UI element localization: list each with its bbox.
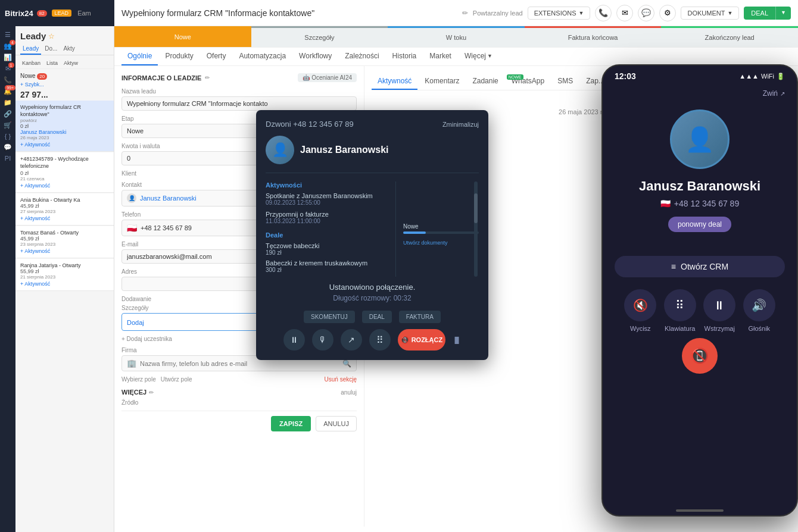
document-arrow-icon: ▼ [727,10,732,16]
sidebar-icon-cart[interactable]: 🛒 [4,121,12,129]
deal-btn[interactable]: DEAL [744,7,775,20]
nowe-section-label: Nowe 20 [20,73,47,79]
lead-item[interactable]: Wypełniony formularz CRkontaktowe" powtó… [15,101,114,152]
sidebar-icon-chart[interactable]: 📊 [4,54,12,61]
tab-workflowy[interactable]: Workflowy [293,48,338,65]
kanban-btn[interactable]: Kanban [20,59,42,67]
keypad-label: Klawiatura [665,325,695,332]
cancel-button[interactable]: ANULUJ [316,416,357,431]
document-btn[interactable]: DOKUMENT ▼ [681,7,739,20]
scrollbar-thumb[interactable] [474,193,478,223]
activity-2-title: Przypomnij o fakturze [266,211,388,218]
mute-ctrl-btn[interactable]: 🎙 [312,329,333,351]
deal-arrow-btn[interactable]: ▼ [775,7,791,20]
tab-zaleznosci[interactable]: Zależności [339,48,385,65]
tab-market[interactable]: Market [423,48,457,65]
pause-ctrl-btn[interactable]: ⏸ [283,329,305,351]
lead-item-5[interactable]: Ranjna Jatariya - Otwarty 55,99 zł 21 si… [15,259,114,291]
phone-minimize-btn[interactable]: Zwiń [763,89,778,98]
tab-wiecej[interactable]: Więcej ▼ [459,48,498,65]
settings-icon-btn[interactable]: ⚙ [659,5,676,21]
activity-tab-sms[interactable]: SMS [551,73,579,90]
tab-automatyzacja[interactable]: Automatyzacja [233,48,292,65]
minimize-arrow-icon: ↗ [780,90,785,97]
stage-faktura[interactable]: Faktura końcowa [525,26,662,47]
phone-hangup-btn[interactable]: 📵 [682,338,718,374]
scrollbar-track[interactable] [474,181,478,277]
stage-szczegoly[interactable]: Szczegóły [251,26,388,47]
activity-tab-aktywnosc[interactable]: Aktywność [372,73,417,90]
add-quick-btn[interactable]: + Szybk... [15,80,114,89]
lead-item-activity-3[interactable]: + Aktywność [20,215,109,221]
phone-ctrl-hold: ⏸ Wstrzymaj [703,289,735,332]
mute-phone-btn[interactable]: 🔇 [624,289,656,321]
tab-ogolnie[interactable]: Ogólnie [121,48,158,65]
keypad-phone-btn[interactable]: ⠿ [664,289,696,321]
company-input[interactable] [140,360,339,367]
create-field-btn[interactable]: Utwórz pole [161,376,192,383]
chat-icon-btn[interactable]: 💬 [638,5,654,21]
cancel-link[interactable]: anuluj [341,389,357,396]
sidebar-icon-code[interactable]: { } [5,133,11,140]
crm-icon: ≡ [671,262,676,271]
minimize-btn[interactable]: Zminimalizuj [442,121,479,128]
activity-tab-komentarz[interactable]: Komentarz [419,73,465,90]
stage-zakoncz[interactable]: Zakończony lead [661,26,798,47]
search-company-icon[interactable]: 🔍 [342,359,351,368]
ai-badge[interactable]: 🤖 Ocenianie AI24 [298,73,357,82]
sidebar-icon-mail[interactable]: ✉1 [5,65,11,73]
sidebar-icon-files[interactable]: 📁 [4,99,12,107]
tab-leady[interactable]: Leady [20,43,41,55]
edit-icon[interactable]: ✏ [462,9,468,17]
lead-item-name[interactable]: Janusz Baranowski [20,129,109,135]
stage-nowe[interactable]: Nowe [114,26,251,47]
lista-btn[interactable]: Lista [45,59,60,67]
lead-item-3[interactable]: Ania Bukina - Otwarty Ka 45,99 zł 27 sie… [15,193,114,226]
tab-aktyw[interactable]: Akty [61,43,77,55]
tab-historia[interactable]: Historia [386,48,423,65]
lead-item-activity-2[interactable]: + Aktywność [20,183,109,189]
lead-name-label: Nazwa leadu [121,88,357,95]
sidebar-icon-notify[interactable]: 🔔99+ [4,87,12,95]
dialpad-ctrl-btn[interactable]: ⠿ [369,329,391,351]
tab-produkty[interactable]: Produkty [159,48,199,65]
tab-oferty[interactable]: Oferty [201,48,232,65]
speaker-phone-btn[interactable]: 🔊 [743,289,775,321]
lead-item-activity[interactable]: + Aktywność [20,142,109,148]
stage-w-toku[interactable]: W toku [388,26,525,47]
save-button[interactable]: ZAPISZ [271,416,311,431]
activity-tab-whatsapp[interactable]: NOWE WhatsApp [506,73,550,90]
star-icon[interactable]: ☆ [48,32,55,40]
invoice-quick-btn[interactable]: FAKTURA [399,311,441,323]
transfer-ctrl-btn[interactable]: ↗ [341,329,362,351]
sidebar-icon-users[interactable]: 👥4 [4,42,12,50]
lead-item-4[interactable]: Tomasz Banaś - Otwarty 45,99 zł 23 sierp… [15,226,114,258]
hangup-ctrl-btn[interactable]: 📵 ROZŁĄCZ [398,329,445,351]
phone-open-crm-btn[interactable]: ≡ Otwórz CRM [615,256,785,277]
phone-icon-btn[interactable]: 📞 [595,5,612,21]
hold-phone-btn[interactable]: ⏸ [703,289,735,321]
aktyw-btn[interactable]: Aktyw [62,59,80,67]
comment-quick-btn[interactable]: SKOMENTUJ [304,311,355,323]
tab-do[interactable]: Do... [42,43,60,55]
deal-quick-btn[interactable]: DEAL [362,311,392,323]
activity-tab-zadanie[interactable]: Zadanie [466,73,504,90]
lead-item-activity-4[interactable]: + Aktywność [20,248,109,254]
sidebar-icon-menu[interactable]: ☰ [5,31,11,39]
choose-field-btn[interactable]: Wybierz pole [121,376,156,383]
create-doc-btn[interactable]: Utwórz dokumenty [403,240,479,246]
sidebar-icon-link[interactable]: 🔗 [4,110,12,118]
email-icon-btn[interactable]: ✉ [616,5,633,21]
sidebar-icon-pi[interactable]: PI [5,155,11,162]
remove-section-btn[interactable]: Usuń sekcję [325,376,357,383]
extensions-btn[interactable]: EXTENSIONS ▼ [528,7,591,20]
lead-name-input[interactable] [121,96,357,111]
lead-item-2[interactable]: +4812345789 - Wychodzącetelefoniczne 0 z… [15,152,114,192]
details-value[interactable]: Dodaj [127,319,144,326]
phone-deal-btn[interactable]: ponowny deal [668,217,731,232]
lead-item-activity-5[interactable]: + Aktywność [20,281,109,287]
sidebar-icon-phone[interactable]: 📞 [4,76,12,84]
sidebar-icon-chat[interactable]: 💬 [4,143,12,151]
edit-info-icon[interactable]: ✏ [205,74,210,81]
edit-more-icon[interactable]: ✏ [149,389,154,396]
